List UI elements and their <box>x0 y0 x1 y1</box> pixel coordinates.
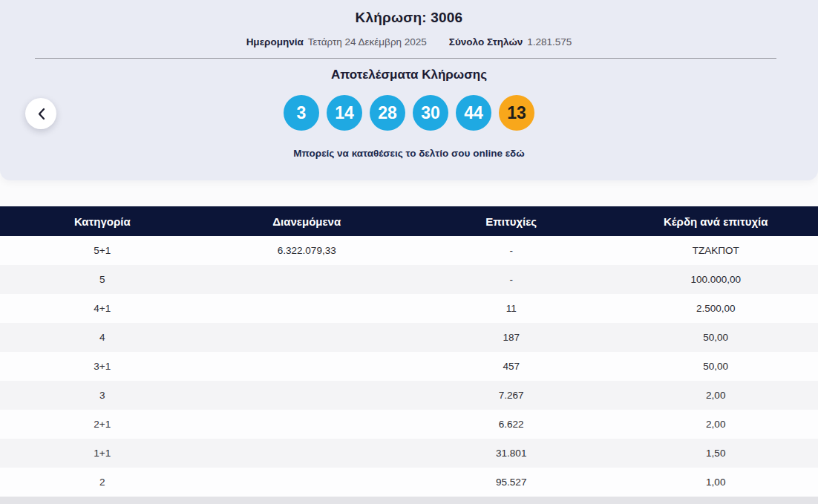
draw-title: Κλήρωση: 3006 <box>0 0 818 26</box>
cell-prize: 2,00 <box>614 390 818 401</box>
table-body: 5+1 6.322.079,33 - ΤΖΑΚΠΟΤ 5 - 100.000,0… <box>0 236 818 497</box>
results-table: Κατηγορία Διανεμόμενα Επιτυχίες Κέρδη αν… <box>0 206 818 504</box>
cell-prize: 50,00 <box>614 332 818 343</box>
cell-category: 5+1 <box>0 245 205 256</box>
table-row: 2+1 6.622 2,00 <box>0 410 818 439</box>
cell-prize: 100.000,00 <box>614 274 818 285</box>
table-row: 5+1 6.322.079,33 - ΤΖΑΚΠΟΤ <box>0 236 818 265</box>
table-row: 1+1 31.801 1,50 <box>0 439 818 468</box>
lottery-ball: 14 <box>327 95 362 131</box>
cell-prize: 1,50 <box>614 448 818 459</box>
cell-winners: 7.267 <box>409 390 614 401</box>
draw-meta: Ημερομηνία Τετάρτη 24 Δεκέμβρη 2025 Σύνο… <box>0 36 818 48</box>
total-columns-label: Σύνολο Στηλών <box>449 36 523 48</box>
table-header-row: Κατηγορία Διανεμόμενα Επιτυχίες Κέρδη αν… <box>0 206 818 236</box>
table-row: 3+1 457 50,00 <box>0 352 818 381</box>
cell-prize: 1,00 <box>614 477 818 488</box>
draw-date-value: Τετάρτη 24 Δεκέμβρη 2025 <box>308 36 427 48</box>
draw-date-label: Ημερομηνία <box>246 36 304 48</box>
previous-draw-button[interactable] <box>25 98 56 129</box>
hero-table-gap <box>0 180 818 206</box>
table-row: 2 95.527 1,00 <box>0 468 818 497</box>
cell-winners: 11 <box>409 303 614 314</box>
lottery-ball: 28 <box>370 95 405 131</box>
table-row: 4 187 50,00 <box>0 323 818 352</box>
cell-winners: - <box>409 245 614 256</box>
cell-category: 4 <box>0 332 205 343</box>
cell-category: 5 <box>0 274 205 285</box>
cell-winners: 6.622 <box>409 419 614 430</box>
cell-winners: 95.527 <box>409 477 614 488</box>
cell-prize: 2.500,00 <box>614 303 818 314</box>
cell-category: 2+1 <box>0 419 205 430</box>
winning-numbers: 3 14 28 30 44 13 <box>0 95 818 131</box>
lottery-ball: 44 <box>456 95 491 131</box>
cell-distributed: 6.322.079,33 <box>205 245 410 256</box>
cell-prize: ΤΖΑΚΠΟΤ <box>614 245 818 256</box>
lottery-ball: 3 <box>284 95 319 131</box>
bottom-strip <box>0 497 818 504</box>
header-cell-category: Κατηγορία <box>0 215 205 228</box>
chevron-left-icon <box>37 108 45 120</box>
table-row: 3 7.267 2,00 <box>0 381 818 410</box>
draw-hero-section: Κλήρωση: 3006 Ημερομηνία Τετάρτη 24 Δεκέ… <box>0 0 818 180</box>
cell-prize: 2,00 <box>614 419 818 430</box>
cell-category: 1+1 <box>0 448 205 459</box>
cell-winners: - <box>409 274 614 285</box>
header-cell-winners: Επιτυχίες <box>409 215 614 228</box>
header-cell-distributed: Διανεμόμενα <box>205 215 410 228</box>
cell-category: 3+1 <box>0 361 205 372</box>
draw-date: Ημερομηνία Τετάρτη 24 Δεκέμβρη 2025 <box>246 36 427 48</box>
total-columns: Σύνολο Στηλών 1.281.575 <box>449 36 572 48</box>
lottery-ball: 30 <box>413 95 448 131</box>
cell-winners: 187 <box>409 332 614 343</box>
header-cell-prize: Κέρδη ανά επιτυχία <box>614 215 818 228</box>
online-deposit-link[interactable]: Μπορείς να καταθέσεις το δελτίο σου onli… <box>0 148 818 159</box>
joker-ball: 13 <box>499 95 534 131</box>
table-row: 4+1 11 2.500,00 <box>0 294 818 323</box>
table-row: 5 - 100.000,00 <box>0 265 818 294</box>
cell-prize: 50,00 <box>614 361 818 372</box>
cell-winners: 31.801 <box>409 448 614 459</box>
cell-category: 2 <box>0 477 205 488</box>
cell-winners: 457 <box>409 361 614 372</box>
cell-category: 4+1 <box>0 303 205 314</box>
cell-category: 3 <box>0 390 205 401</box>
total-columns-value: 1.281.575 <box>527 36 572 48</box>
results-heading: Αποτελέσματα Κλήρωσης <box>0 68 818 82</box>
hero-divider <box>35 58 776 59</box>
